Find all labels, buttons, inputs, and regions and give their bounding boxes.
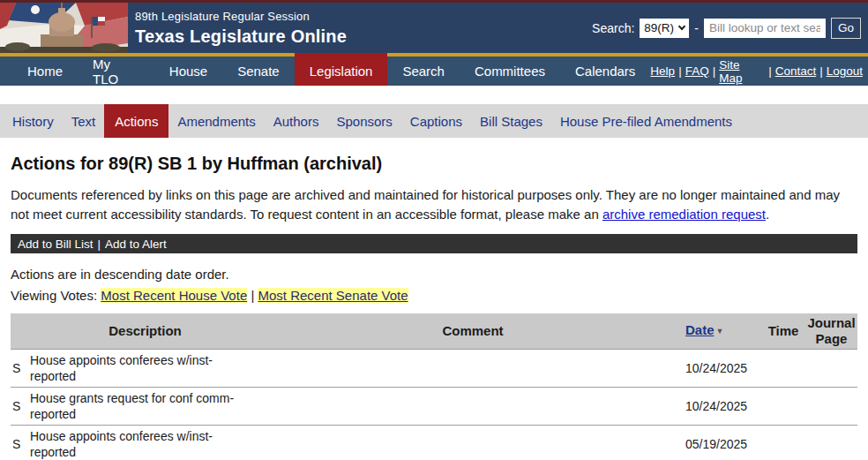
main-nav: Home My TLO House Senate Legislation Sea… [0,53,868,86]
search-go-button[interactable]: Go [831,18,861,39]
spacer [0,86,868,104]
archival-notice: Documents referenced by links on this pa… [11,185,845,224]
search-dash: - [694,21,699,35]
tab-bill-stages[interactable]: Bill Stages [471,104,551,138]
nav-item-my-tlo[interactable]: My TLO [78,57,154,86]
link-contact[interactable]: Contact [775,64,817,78]
session-select-value: 89(R) [644,21,674,34]
date-cell: 05/19/2025 [684,425,761,460]
journal-page-cell [805,425,857,460]
nav-item-committees[interactable]: Committees [460,57,560,86]
comment-column-header: Comment [262,313,684,349]
main-content: Actions for 89(R) SB 1 by Huffman (archi… [0,154,868,460]
chamber-column-header [11,313,28,349]
chamber-cell: S [11,349,28,387]
date-cell: 10/24/2025 [684,387,761,425]
sort-descending-icon: ▼ [716,327,724,336]
most-recent-senate-vote-link[interactable]: Most Recent Senate Vote [258,288,408,303]
link-faq[interactable]: FAQ [685,64,709,78]
chamber-cell: S [11,425,28,460]
nav-item-house[interactable]: House [154,57,222,86]
table-row: S House appoints conferees w/inst-report… [11,425,857,460]
viewing-votes-label: Viewing Votes: [11,288,97,303]
table-header-row: Description Comment Date▼ Time Journal P… [11,313,857,349]
tab-authors[interactable]: Authors [265,104,328,138]
pipe-separator: | [768,64,772,78]
order-note: Actions are in descending date order. [11,267,857,282]
time-cell [761,425,805,460]
utility-links: Help | FAQ | Site Map | Contact | Logout [650,57,868,86]
tab-actions[interactable]: Actions [104,104,168,138]
nav-item-calendars[interactable]: Calendars [560,57,650,86]
tab-text[interactable]: Text [63,104,105,138]
most-recent-house-vote-link[interactable]: Most Recent House Vote [101,288,247,303]
search-label: Search: [592,21,634,35]
chamber-cell: S [11,387,28,425]
banner-search-area: Search: 89(R) - Go [592,18,868,39]
actions-table: Description Comment Date▼ Time Journal P… [11,313,857,460]
viewing-votes-line: Viewing Votes: Most Recent House Vote | … [11,288,857,303]
journal-page-column-header: Journal Page [805,313,857,349]
comment-cell [262,349,684,387]
journal-page-cell [805,349,857,387]
pipe-separator: | [713,64,716,78]
site-title: Texas Legislature Online [135,26,347,47]
add-to-bill-list-link[interactable]: Add to Bill List [18,238,94,251]
capitol-flag-image [0,3,128,53]
tab-captions[interactable]: Captions [401,104,471,138]
description-cell: House appoints conferees w/inst-reported [28,425,262,460]
bill-actions-bar: Add to Bill List | Add to Alert [11,234,857,253]
page-title: Actions for 89(R) SB 1 by Huffman (archi… [11,154,857,174]
pipe-separator: | [98,238,101,251]
description-cell: House grants request for conf comm-repor… [28,387,262,425]
time-column-header: Time [761,313,805,349]
archive-remediation-link[interactable]: archive remediation request [602,207,766,222]
date-sort-link[interactable]: Date [685,322,715,337]
date-cell: 10/24/2025 [684,349,761,387]
date-column-header: Date▼ [684,313,761,349]
add-to-alert-link[interactable]: Add to Alert [105,238,167,251]
comment-cell [262,425,684,460]
description-column-header: Description [28,313,262,349]
nav-item-home[interactable]: Home [12,57,78,86]
bill-tabbar: History Text Actions Amendments Authors … [0,104,868,138]
time-cell [761,387,805,425]
pipe-separator: | [819,64,823,78]
tab-amendments[interactable]: Amendments [168,104,264,138]
session-label: 89th Legislature Regular Session [135,10,347,23]
nav-item-search[interactable]: Search [387,57,460,86]
bill-search-input[interactable] [704,19,826,38]
archival-notice-period: . [766,207,769,222]
tab-house-prefiled-amendments[interactable]: House Pre-filed Amendments [551,104,741,138]
tab-history[interactable]: History [4,104,63,138]
comment-cell [262,387,684,425]
table-row: S House grants request for conf comm-rep… [11,387,857,425]
time-cell [761,349,805,387]
table-row: S House appoints conferees w/inst-report… [11,349,857,387]
journal-page-cell [805,387,857,425]
site-banner: 89th Legislature Regular Session Texas L… [0,3,868,53]
pipe-separator: | [251,288,254,303]
link-site-map[interactable]: Site Map [719,58,765,85]
description-cell: House appoints conferees w/inst-reported [28,349,262,387]
link-logout[interactable]: Logout [827,64,863,78]
link-help[interactable]: Help [650,64,675,78]
nav-item-legislation[interactable]: Legislation [295,53,388,86]
nav-item-senate[interactable]: Senate [222,57,295,86]
tab-sponsors[interactable]: Sponsors [327,104,400,138]
session-select[interactable]: 89(R) [640,19,689,38]
pipe-separator: | [678,64,682,78]
chevron-down-icon [678,23,685,30]
capitol-flag-svg [0,3,128,53]
